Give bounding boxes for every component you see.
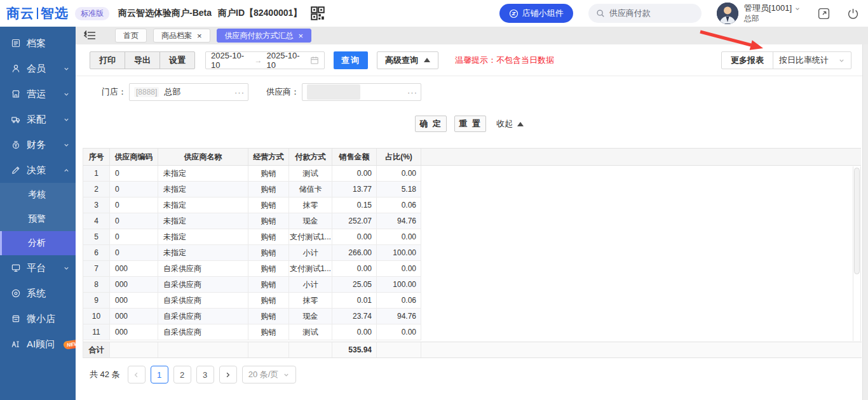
cell: 0.01: [332, 293, 377, 308]
collapse-filters-link[interactable]: 收起: [496, 118, 524, 130]
main-content: 首页商品档案×供应商付款方式汇总× 打印 导出 设置 2025-10-10 → …: [76, 27, 868, 400]
member-icon: [11, 63, 21, 74]
next-page-button[interactable]: [219, 366, 237, 383]
shop-widget-button[interactable]: 店铺小组件: [499, 4, 573, 23]
reset-button[interactable]: 重 置: [454, 116, 486, 132]
table-row[interactable]: 8000自采供应商购销小计25.05100.00: [83, 277, 421, 293]
confirm-button[interactable]: 确 定: [415, 116, 447, 132]
table-row[interactable]: 20未指定购销储值卡13.775.18: [83, 182, 421, 197]
page-size-select[interactable]: 20 条/页: [242, 366, 297, 383]
logout-power-icon[interactable]: [847, 8, 859, 20]
cell: 9: [83, 293, 110, 308]
cell: 5: [83, 229, 110, 244]
table-scrollbar-thumb[interactable]: [854, 168, 860, 274]
user-org: 总部: [744, 14, 801, 23]
cell: 7: [83, 261, 110, 276]
close-icon[interactable]: ×: [197, 32, 202, 40]
cell: 小计: [289, 277, 332, 292]
table-row[interactable]: 9000自采供应商购销抹零0.010.06: [83, 293, 421, 309]
cell: 自采供应商: [158, 324, 248, 340]
sidebar-item-12[interactable]: AI顾问NEW: [0, 331, 76, 357]
cell: 0.00: [332, 166, 377, 181]
column-header-filler: [421, 149, 861, 165]
cell: 未指定: [158, 182, 248, 197]
settings-button[interactable]: 设置: [159, 51, 195, 69]
ai-icon: [11, 339, 21, 349]
sidebar-subitem-8[interactable]: 分析: [0, 231, 76, 255]
supplier-filter-input[interactable]: ···: [302, 83, 421, 101]
logo-text-left: 商云: [6, 4, 34, 22]
tab-label: 首页: [123, 30, 139, 41]
cell: 现金: [289, 213, 332, 229]
sidebar-item-5[interactable]: 决策: [0, 157, 76, 183]
cell: 94.76: [377, 213, 421, 229]
global-search-input[interactable]: 供应商付款: [588, 4, 702, 23]
export-button[interactable]: 导出: [125, 51, 160, 69]
prev-page-button[interactable]: [128, 366, 146, 383]
print-button[interactable]: 打印: [90, 51, 125, 69]
cell: 1: [83, 166, 110, 181]
cell: 购销: [248, 229, 289, 244]
supplier-picker-button[interactable]: ···: [404, 84, 421, 100]
cell: 23.74: [332, 309, 377, 324]
tab-2[interactable]: 供应商付款方式汇总×: [217, 29, 312, 43]
sidebar-item-0[interactable]: 档案: [0, 30, 76, 56]
sidebar-item-1[interactable]: 会员: [0, 56, 76, 81]
fullscreen-icon[interactable]: [818, 8, 830, 20]
cell: 购销: [248, 324, 289, 340]
sidebar-item-label: 系统: [27, 288, 46, 300]
more-reports-button[interactable]: 更多报表: [721, 51, 773, 69]
advanced-query-button[interactable]: 高级查询: [377, 51, 438, 69]
sidebar-item-4[interactable]: 财务: [0, 132, 76, 157]
page-button-2[interactable]: 2: [173, 366, 191, 383]
page-button-1[interactable]: 1: [151, 366, 168, 383]
user-block[interactable]: 管理员[1001] 总部: [744, 3, 801, 23]
sidebar-subitem-7[interactable]: 预警: [0, 207, 76, 231]
table-row[interactable]: 10未指定购销测试0.000.00: [83, 166, 421, 182]
table-scrollbar[interactable]: [853, 166, 861, 341]
sidebar-item-3[interactable]: 采配: [0, 107, 76, 132]
table-row[interactable]: 50未指定购销支付测试1...0.000.00: [83, 229, 421, 245]
tab-0[interactable]: 首页: [115, 29, 147, 43]
table-row[interactable]: 7000自采供应商购销支付测试1...0.000.00: [83, 261, 421, 277]
table-row[interactable]: 11000自采供应商购销测试0.000.00: [83, 324, 421, 340]
triangle-up-icon: [424, 58, 430, 62]
table-row[interactable]: 60未指定购销小计266.00100.00: [83, 245, 421, 261]
sidebar-collapse-icon[interactable]: [83, 30, 96, 41]
date-from[interactable]: 2025-10-10: [211, 51, 250, 70]
tab-bar: 首页商品档案×供应商付款方式汇总×: [76, 27, 868, 44]
sidebar-item-9[interactable]: 平台: [0, 255, 76, 281]
filter-actions: 确 定 重 置 收起: [76, 115, 868, 133]
cell: 抹零: [289, 293, 332, 308]
table-row[interactable]: 40未指定购销现金252.0794.76: [83, 213, 421, 229]
sidebar-subitem-6[interactable]: 考核: [0, 183, 76, 207]
date-range-picker[interactable]: 2025-10-10 → 2025-10-10: [205, 51, 325, 69]
sidebar-item-11[interactable]: 微小店: [0, 306, 76, 331]
cell: 储值卡: [289, 182, 332, 197]
date-to[interactable]: 2025-10-10: [267, 51, 306, 70]
notice-text: 温馨提示：不包含当日数据: [455, 55, 554, 66]
tab-1[interactable]: 商品档案×: [153, 29, 210, 43]
cell: 未指定: [158, 213, 248, 229]
table-row[interactable]: 30未指定购销抹零0.150.06: [83, 197, 421, 213]
cell: 000: [110, 309, 158, 324]
triangle-up-icon: [517, 122, 524, 126]
sidebar-item-2[interactable]: 营运: [0, 81, 76, 107]
supplier-filter-label: 供应商：: [266, 86, 299, 98]
page-scrollbar-track[interactable]: [862, 44, 868, 400]
store-filter-input[interactable]: [8888] 总部 ···: [129, 83, 248, 101]
cell: 0: [110, 229, 158, 244]
qr-code-icon[interactable]: [311, 6, 325, 20]
table-body: 10未指定购销测试0.000.0020未指定购销储值卡13.775.1830未指…: [83, 166, 421, 340]
store-code-chip: [8888]: [134, 87, 159, 97]
page-button-3[interactable]: 3: [196, 366, 214, 383]
finance-icon: [11, 140, 21, 150]
report-type-select[interactable]: 按日比率统计: [773, 51, 851, 69]
cell: 4: [83, 213, 110, 229]
store-picker-button[interactable]: ···: [231, 84, 248, 100]
query-button[interactable]: 查询: [334, 51, 368, 69]
table-row[interactable]: 10000自采供应商购销现金23.7494.76: [83, 309, 421, 324]
sidebar-item-10[interactable]: 系统: [0, 281, 76, 306]
close-icon[interactable]: ×: [299, 32, 304, 40]
avatar[interactable]: [717, 3, 738, 24]
